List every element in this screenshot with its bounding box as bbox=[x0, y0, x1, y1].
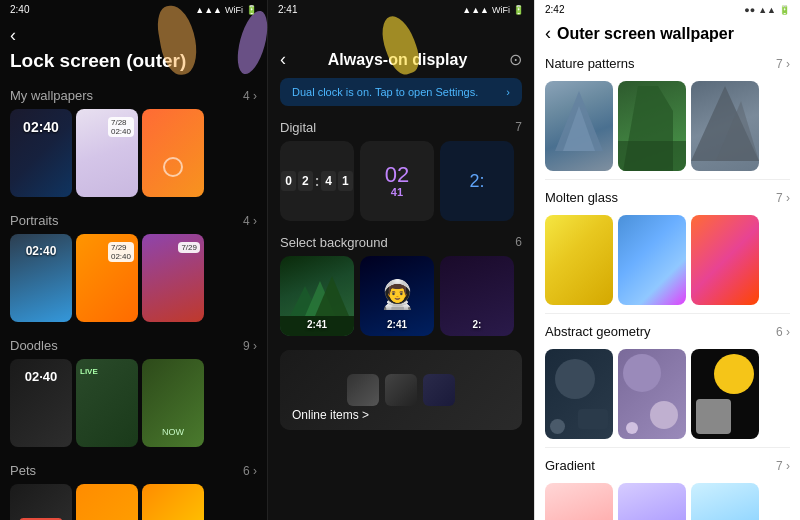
gradient-section-count[interactable]: 7 › bbox=[776, 459, 790, 473]
section-abstract: Abstract geometry 6 › bbox=[535, 318, 800, 349]
pets-row: 0240 0240 0240 bbox=[0, 484, 267, 520]
nature-thumb-1[interactable] bbox=[545, 81, 613, 171]
portrait-time-1: 02:40 bbox=[26, 244, 57, 258]
portrait-thumb-2[interactable]: 7/2902:40 bbox=[76, 234, 138, 322]
portrait-thumb-1[interactable]: 02:40 bbox=[10, 234, 72, 322]
section-count-portraits[interactable]: 4 › bbox=[243, 214, 257, 228]
wallpaper-thumb-1[interactable]: 02:40 bbox=[10, 109, 72, 197]
section-count-wallpapers[interactable]: 4 › bbox=[243, 89, 257, 103]
status-icons-p3: ●● ▲▲ 🔋 bbox=[744, 4, 790, 15]
digital-label: Digital bbox=[280, 120, 316, 135]
clock-content-3: 2: bbox=[469, 171, 484, 192]
wifi-icon-p3: ▲▲ bbox=[758, 5, 776, 15]
molten-thumb-3[interactable] bbox=[691, 215, 759, 305]
settings-icon-p2[interactable]: ⊙ bbox=[509, 50, 522, 69]
status-icons-p1: ▲▲▲ WiFi 🔋 bbox=[195, 5, 257, 15]
back-row-p1[interactable]: ‹ bbox=[0, 19, 267, 50]
wallpaper-thumb-2[interactable]: 7/2802:40 bbox=[76, 109, 138, 197]
gradient-thumb-1[interactable] bbox=[545, 483, 613, 520]
digital-count: 7 bbox=[515, 120, 522, 135]
divider-3 bbox=[545, 447, 790, 448]
section-count-doodles[interactable]: 9 › bbox=[243, 339, 257, 353]
doodle-thumb-1[interactable]: 02·40 bbox=[10, 359, 72, 447]
gradient-thumb-3[interactable] bbox=[691, 483, 759, 520]
signal-icon-p2: ▲▲▲ bbox=[462, 5, 489, 15]
svg-rect-7 bbox=[618, 141, 686, 171]
gradient-header-row: Gradient 7 › bbox=[545, 458, 790, 473]
seg-0: 0 bbox=[281, 171, 296, 191]
nature-thumb-2[interactable] bbox=[618, 81, 686, 171]
doodle-time-1: 02·40 bbox=[25, 369, 58, 384]
rock-svg bbox=[691, 81, 759, 171]
portrait-date-2: 7/2902:40 bbox=[108, 242, 134, 262]
wp-time-1: 02:40 bbox=[23, 119, 59, 135]
nature-section-name: Nature patterns bbox=[545, 56, 635, 71]
dual-clock-text: Dual clock is on. Tap to open Settings. bbox=[292, 86, 506, 98]
abstract-thumb-1[interactable] bbox=[545, 349, 613, 439]
dual-clock-banner[interactable]: Dual clock is on. Tap to open Settings. … bbox=[280, 78, 522, 106]
doodle-label-2: LIVE bbox=[80, 367, 98, 376]
clock-grid: 0 2 : 4 1 02 41 2: bbox=[268, 141, 534, 231]
pet-thumb-2[interactable]: 0240 bbox=[76, 484, 138, 520]
time-p3: 2:42 bbox=[545, 4, 564, 15]
bg-card-partial[interactable]: 2: bbox=[440, 256, 514, 336]
pet-thumb-1[interactable]: 0240 bbox=[10, 484, 72, 520]
clock-content-1: 0 2 : 4 1 bbox=[281, 171, 352, 191]
abstract-thumb-2[interactable] bbox=[618, 349, 686, 439]
section-count-pets[interactable]: 6 › bbox=[243, 464, 257, 478]
cliff-svg bbox=[618, 81, 686, 171]
clock-card-1[interactable]: 0 2 : 4 1 bbox=[280, 141, 354, 221]
abstract-section-count[interactable]: 6 › bbox=[776, 325, 790, 339]
panel-outer-wallpaper: 2:42 ●● ▲▲ 🔋 ‹ Outer screen wallpaper Na… bbox=[534, 0, 800, 520]
clock-card-3[interactable]: 2: bbox=[440, 141, 514, 221]
battery-icon-p2: 🔋 bbox=[513, 5, 524, 15]
signal-icon-p1: ▲▲▲ bbox=[195, 5, 222, 15]
wifi-icon-p1: WiFi bbox=[225, 5, 243, 15]
nature-section-count[interactable]: 7 › bbox=[776, 57, 790, 71]
abstract-thumb-3[interactable] bbox=[691, 349, 759, 439]
section-label-bg: Select background 6 bbox=[268, 231, 534, 256]
clock-large-purple: 02 bbox=[385, 164, 409, 186]
segmented-display: 0 2 : 4 1 bbox=[281, 171, 352, 191]
gradient-thumb-2[interactable] bbox=[618, 483, 686, 520]
time-p2: 2:41 bbox=[278, 4, 297, 15]
bg-card-astronaut[interactable]: 👨‍🚀 2:41 bbox=[360, 256, 434, 336]
back-arrow-p3[interactable]: ‹ bbox=[545, 23, 551, 44]
gradient-thumbs bbox=[535, 483, 800, 520]
doodle-thumb-3[interactable]: NOW bbox=[142, 359, 204, 447]
pet-thumb-3[interactable]: 0240 bbox=[142, 484, 204, 520]
seg-2: 2 bbox=[298, 171, 313, 191]
wallpaper-thumb-3[interactable] bbox=[142, 109, 204, 197]
page-title-p1: Lock screen (outer) bbox=[0, 50, 267, 82]
section-name-portraits: Portraits bbox=[10, 213, 58, 228]
portrait-thumb-3[interactable]: 7/29 bbox=[142, 234, 204, 322]
online-items-box[interactable]: Online items > bbox=[280, 350, 522, 430]
clock-card-2[interactable]: 02 41 bbox=[360, 141, 434, 221]
bg-grid: 2:41 👨‍🚀 2:41 2: bbox=[268, 256, 534, 344]
seg-1: 1 bbox=[338, 171, 353, 191]
bg-time-3: 2: bbox=[473, 319, 482, 330]
bg-time-1: 2:41 bbox=[307, 319, 327, 330]
online-items-label[interactable]: Online items > bbox=[292, 408, 369, 422]
molten-thumb-1[interactable] bbox=[545, 215, 613, 305]
status-bar-p2: 2:41 ▲▲▲ WiFi 🔋 bbox=[268, 0, 534, 19]
molten-section-count[interactable]: 7 › bbox=[776, 191, 790, 205]
molten-thumb-2[interactable] bbox=[618, 215, 686, 305]
wallpapers-row: 02:40 7/2802:40 bbox=[0, 109, 267, 207]
bg-time-2: 2:41 bbox=[387, 319, 407, 330]
panel-always-on: 2:41 ▲▲▲ WiFi 🔋 ‹ Always-on display ⊙ Du… bbox=[267, 0, 534, 520]
back-arrow-p1[interactable]: ‹ bbox=[10, 25, 16, 46]
bg-card-forest[interactable]: 2:41 bbox=[280, 256, 354, 336]
doodle-thumb-2[interactable]: LIVE bbox=[76, 359, 138, 447]
molten-section-name: Molten glass bbox=[545, 190, 618, 205]
seg-colon: : bbox=[315, 173, 320, 189]
ag-yellow-circle bbox=[714, 354, 754, 394]
portraits-row: 02:40 7/2902:40 7/29 bbox=[0, 234, 267, 332]
wp-date-2: 7/2802:40 bbox=[108, 117, 134, 137]
nature-thumbs bbox=[535, 81, 800, 179]
section-header-pets: Pets 6 › bbox=[0, 457, 267, 484]
nature-thumb-3[interactable] bbox=[691, 81, 759, 171]
section-header-doodles: Doodles 9 › bbox=[0, 332, 267, 359]
wifi-icon-p2: WiFi bbox=[492, 5, 510, 15]
abstract-header-row: Abstract geometry 6 › bbox=[545, 324, 790, 339]
